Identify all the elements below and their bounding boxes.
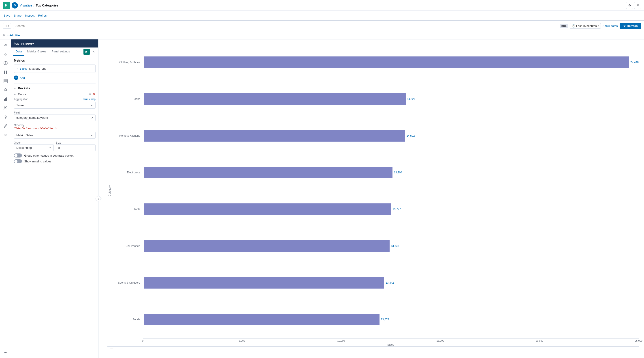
- kql-badge[interactable]: KQL: [560, 24, 568, 28]
- delete-xaxis-button[interactable]: ✕: [93, 92, 96, 96]
- toggle-knob-2: [14, 160, 18, 163]
- sidebar-item-grid[interactable]: [2, 68, 10, 76]
- breadcrumb-parent[interactable]: Visualize: [20, 4, 32, 7]
- metric-axis-label: Y-axis: [20, 67, 27, 70]
- chevron-down-icon: ▾: [8, 25, 9, 27]
- time-filter[interactable]: 🕐 Last 15 minutes ▾: [570, 23, 601, 29]
- refresh-icon: ↻: [623, 24, 626, 28]
- sidebar-item-settings[interactable]: ⚙: [2, 131, 10, 139]
- sidebar-item-chart[interactable]: [2, 95, 10, 103]
- chart-bar-container: 14,502: [144, 130, 639, 142]
- gear-icon-btn[interactable]: ⚙: [626, 2, 633, 9]
- x-axis-actions: 👁 ✕: [88, 92, 96, 96]
- share-button[interactable]: Share: [14, 13, 22, 18]
- tab-panel-settings[interactable]: Panel settings: [49, 48, 73, 56]
- chart-row: Cell Phones13,633: [113, 228, 639, 264]
- add-icon: +: [14, 76, 18, 80]
- expand-icon[interactable]: ›: [17, 67, 18, 70]
- svg-rect-12: [6, 97, 7, 101]
- svg-rect-1: [4, 71, 5, 72]
- field-select[interactable]: category_name.keyword: [14, 114, 96, 121]
- user-avatar[interactable]: D: [12, 2, 18, 9]
- add-filter-button[interactable]: + Add filter: [7, 34, 21, 37]
- chart-bar[interactable]: [144, 204, 391, 215]
- x-tick-25000: 25,000: [635, 339, 642, 342]
- size-label: Size: [56, 141, 61, 144]
- order-form-group: Order Descending Ascending: [14, 141, 54, 151]
- kibana-logo: K: [3, 2, 10, 9]
- chart-bar-container: 13,727: [144, 204, 639, 215]
- x-tick-5000: 5,000: [239, 339, 245, 342]
- x-axis-title: Sales: [143, 343, 639, 346]
- metric-item: › Y-axis Max buy_cnt: [14, 65, 96, 73]
- metric-name-label: Max buy_cnt: [29, 67, 46, 70]
- terms-help-link[interactable]: Terms help: [82, 98, 96, 101]
- chart-row: Electronics13,804: [113, 154, 639, 191]
- metrics-section-title: Metrics: [14, 59, 96, 62]
- bucket-chevron-icon[interactable]: ∧: [14, 87, 16, 90]
- show-missing-toggle[interactable]: [14, 159, 22, 163]
- top-nav: K D Visualize / Top Categories ⚙ ✉: [0, 0, 644, 11]
- chart-row: Clothing & Shoes27,448: [113, 44, 639, 81]
- tab-data[interactable]: Data: [13, 48, 24, 56]
- save-button[interactable]: Save: [4, 13, 10, 18]
- sidebar-item-person[interactable]: [2, 86, 10, 94]
- search-input[interactable]: [13, 23, 558, 29]
- svg-point-14: [6, 107, 7, 108]
- inspect-button[interactable]: Inspect: [25, 13, 34, 18]
- close-panel-button[interactable]: ×: [91, 49, 96, 54]
- chart-bar[interactable]: [144, 167, 392, 178]
- chart-bar[interactable]: [144, 277, 384, 289]
- group-others-toggle[interactable]: [14, 153, 22, 157]
- add-metric-button[interactable]: + Add: [14, 75, 25, 81]
- sidebar-item-table[interactable]: [2, 77, 10, 85]
- orderby-select[interactable]: Metric: Sales Alphabetical: [14, 132, 96, 139]
- sidebar-item-stats[interactable]: ◎: [2, 50, 10, 58]
- order-select[interactable]: Descending Ascending: [14, 144, 54, 151]
- chart-bar-value: 13,804: [394, 171, 402, 174]
- refresh-button[interactable]: Refresh: [38, 13, 48, 18]
- sidebar-item-team[interactable]: [2, 104, 10, 112]
- add-filter-row: ⊕ + Add filter: [0, 31, 644, 39]
- sidebar-item-wrench[interactable]: [2, 122, 10, 130]
- chart-row-label: Cell Phones: [113, 244, 142, 248]
- main-layout: ⏱ ◎ ⚙ ⋯ top_category: [0, 39, 644, 358]
- main-refresh-button[interactable]: ↻ Refresh: [620, 23, 641, 29]
- chart-bar[interactable]: [144, 240, 390, 252]
- sidebar-item-map[interactable]: [2, 59, 10, 67]
- panel-area: top_category Data Metrics & axes Panel s…: [11, 39, 98, 358]
- bucket-header: ∧ Buckets: [14, 86, 96, 90]
- bar-chart: Clothing & Shoes27,448Books14,527Home & …: [113, 44, 639, 338]
- panel-title: top_category: [14, 42, 34, 45]
- panel-collapse-button[interactable]: ‹: [96, 196, 101, 201]
- panel-tab-actions: ▶ ×: [84, 48, 96, 56]
- chart-bar[interactable]: [144, 314, 380, 325]
- chart-bar-value: 13,633: [391, 244, 399, 248]
- legend-toggle-button[interactable]: ☰: [110, 348, 113, 352]
- size-input[interactable]: [56, 144, 96, 151]
- run-button[interactable]: ▶: [84, 49, 90, 55]
- chart-bar-value: 27,448: [630, 61, 639, 64]
- show-dates-button[interactable]: Show dates: [602, 24, 618, 28]
- visibility-toggle-button[interactable]: 👁: [88, 92, 92, 96]
- chart-bar[interactable]: [144, 130, 405, 142]
- aggregation-select[interactable]: Terms Date Histogram Histogram Range: [14, 102, 96, 109]
- chart-row: Sports & Outdoors13,342: [113, 264, 639, 301]
- order-label: Order: [14, 141, 21, 144]
- time-range-label: Last 15 minutes: [576, 24, 597, 28]
- clock-icon: 🕐: [572, 24, 575, 28]
- x-axis-expand-icon[interactable]: ∧: [14, 93, 16, 96]
- chart-bar[interactable]: [144, 57, 629, 68]
- sidebar-item-more[interactable]: ⋯: [2, 348, 10, 356]
- x-axis-row: ∧ X-axis 👁 ✕: [14, 92, 96, 96]
- order-size-row: Order Descending Ascending Size: [14, 141, 96, 151]
- sidebar-item-lightning[interactable]: [2, 113, 10, 121]
- mail-icon-btn[interactable]: ✉: [634, 2, 641, 9]
- sidebar-item-clock[interactable]: ⏱: [2, 41, 10, 49]
- chart-container: Category Clothing & Shoes27,448Books14,5…: [108, 44, 639, 338]
- gear-icon: ⚙: [628, 4, 631, 7]
- chart-bar[interactable]: [144, 93, 406, 105]
- filter-type-button[interactable]: ⊞ ▾: [3, 23, 11, 29]
- tab-metrics-axes[interactable]: Metrics & axes: [24, 48, 49, 56]
- svg-rect-10: [4, 99, 5, 101]
